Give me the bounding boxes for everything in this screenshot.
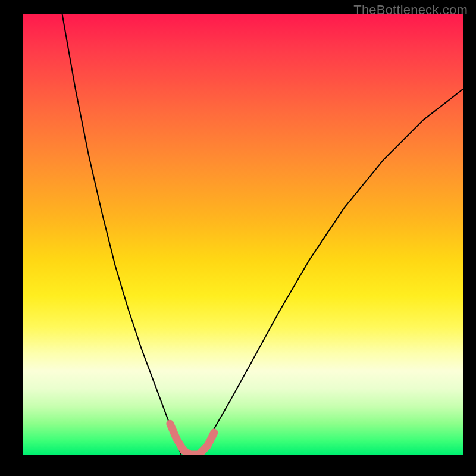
chart-frame: TheBottleneck.com <box>0 0 476 476</box>
curves-layer <box>23 14 463 455</box>
plot-area <box>23 14 463 455</box>
watermark-text: TheBottleneck.com <box>353 2 468 18</box>
right-curve <box>199 89 463 455</box>
highlight-segment <box>170 424 214 455</box>
left-curve <box>62 14 181 455</box>
